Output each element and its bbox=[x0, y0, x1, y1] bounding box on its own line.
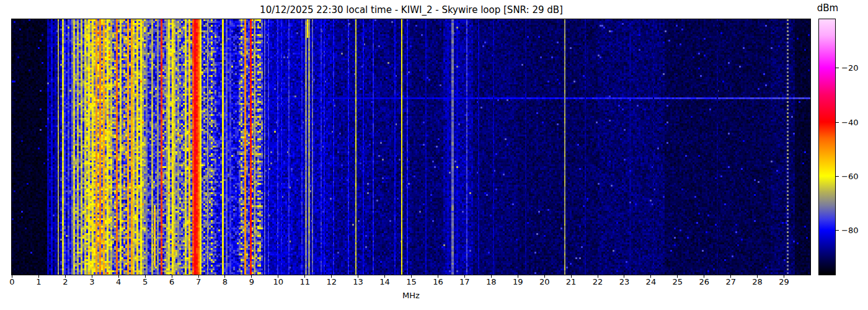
colorbar-tick-label: −60 bbox=[841, 172, 858, 180]
x-tick-label: 6 bbox=[169, 278, 174, 286]
colorbar-tick-mark bbox=[836, 230, 839, 231]
x-tick-label: 2 bbox=[63, 278, 68, 286]
x-tick-label: 22 bbox=[593, 278, 603, 286]
x-tick-label: 28 bbox=[752, 278, 763, 286]
colorbar-tick-label: −20 bbox=[841, 64, 858, 72]
x-tick-label: 16 bbox=[433, 278, 443, 286]
x-axis-label: MHz bbox=[402, 291, 420, 300]
x-tick-label: 15 bbox=[406, 278, 417, 286]
x-tick-label: 27 bbox=[725, 278, 736, 286]
colorbar-tick-mark bbox=[836, 68, 839, 68]
colorbar-tick-label: −40 bbox=[841, 118, 858, 126]
x-tick-label: 23 bbox=[619, 278, 630, 286]
x-tick-label: 25 bbox=[673, 278, 683, 286]
plot-area bbox=[11, 19, 811, 275]
chart-title: 10/12/2025 22:30 local time - KIWI_2 - S… bbox=[12, 4, 811, 16]
x-tick-label: 3 bbox=[89, 278, 94, 286]
x-tick-label: 20 bbox=[539, 278, 550, 286]
colorbar-title: dBm bbox=[817, 2, 838, 14]
x-tick-label: 21 bbox=[566, 278, 577, 286]
spectrogram-canvas bbox=[12, 19, 810, 275]
x-tick-label: 14 bbox=[379, 278, 390, 286]
spectrum-figure: 10/12/2025 22:30 local time - KIWI_2 - S… bbox=[0, 0, 868, 310]
x-tick-label: 8 bbox=[223, 278, 228, 286]
x-tick-label: 0 bbox=[9, 278, 14, 286]
x-tick-label: 18 bbox=[486, 278, 497, 286]
x-tick-label: 24 bbox=[646, 278, 657, 286]
x-tick-label: 13 bbox=[353, 278, 363, 286]
colorbar-tick-mark bbox=[836, 122, 839, 123]
colorbar-gradient bbox=[819, 19, 835, 275]
x-tick-label: 7 bbox=[196, 278, 201, 286]
x-tick-label: 1 bbox=[36, 278, 41, 286]
x-tick-label: 17 bbox=[459, 278, 470, 286]
x-tick-label: 29 bbox=[779, 278, 789, 286]
x-tick-label: 26 bbox=[699, 278, 709, 286]
x-tick-label: 9 bbox=[249, 278, 254, 286]
x-tick-label: 12 bbox=[326, 278, 337, 286]
x-tick-label: 19 bbox=[513, 278, 523, 286]
x-tick-label: 4 bbox=[116, 278, 121, 286]
colorbar-tick-label: −80 bbox=[841, 226, 858, 234]
x-tick-label: 10 bbox=[273, 278, 284, 286]
colorbar bbox=[818, 19, 836, 275]
x-tick-label: 5 bbox=[143, 278, 148, 286]
colorbar-tick-mark bbox=[836, 176, 839, 177]
x-tick-label: 11 bbox=[299, 278, 310, 286]
